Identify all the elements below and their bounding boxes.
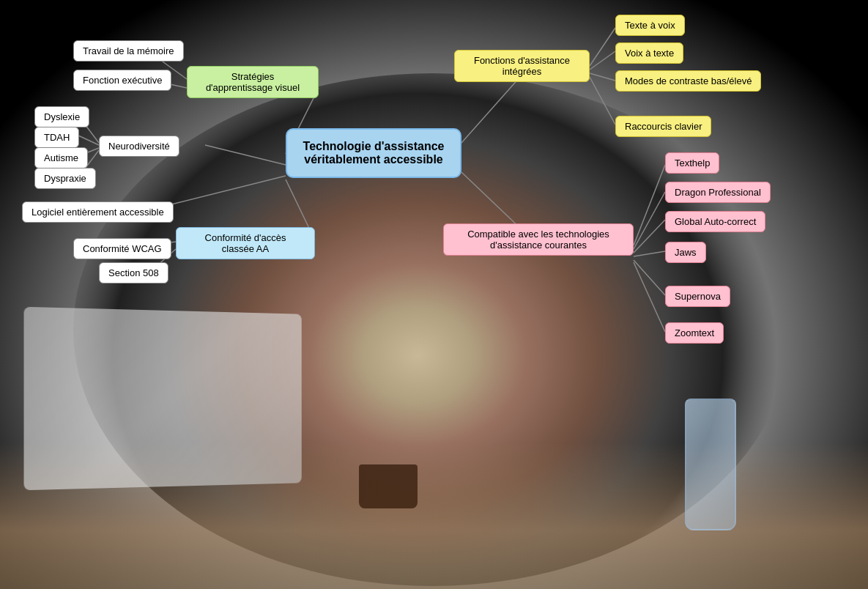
node-compatible: Compatible avec les technologiesd'assist…: [443, 223, 634, 256]
node-logiciel: Logiciel entièrement accessible: [22, 201, 174, 223]
node-tdah: TDAH: [34, 127, 79, 148]
central-node: Technologie d'assistancevéritablement ac…: [286, 128, 461, 178]
node-autisme: Autisme: [34, 147, 88, 168]
node-texthelp: Texthelp: [665, 152, 719, 174]
node-zoomtext: Zoomtext: [665, 322, 724, 344]
node-dyspraxie: Dyspraxie: [34, 168, 96, 189]
node-conformite: Conformité d'accèsclassée AA: [176, 227, 315, 259]
mind-map: Technologie d'assistancevéritablement ac…: [0, 0, 868, 589]
node-strategies: Stratégiesd'apprentissage visuel: [187, 66, 319, 98]
node-dragon: Dragon Professional: [665, 182, 771, 203]
node-supernova: Supernova: [665, 286, 730, 307]
node-wcag: Conformité WCAG: [73, 238, 171, 259]
node-fonctions-assistance: Fonctions d'assistanceintégrées: [454, 50, 590, 82]
node-neurodiversite: Neurodiversité: [99, 136, 179, 157]
node-voix-texte: Voix à texte: [615, 42, 683, 64]
node-travail: Travail de la mémoire: [73, 40, 184, 62]
node-contraste: Modes de contraste bas/élevé: [615, 70, 761, 92]
node-section-508: Section 508: [99, 262, 168, 284]
node-jaws: Jaws: [665, 242, 706, 263]
node-dyslexie: Dyslexie: [34, 106, 89, 127]
node-raccourcis: Raccourcis clavier: [615, 116, 711, 137]
node-texte-voix: Texte à voix: [615, 15, 685, 36]
node-fonction: Fonction exécutive: [73, 70, 171, 91]
node-global-autocorrect: Global Auto-correct: [665, 211, 765, 232]
